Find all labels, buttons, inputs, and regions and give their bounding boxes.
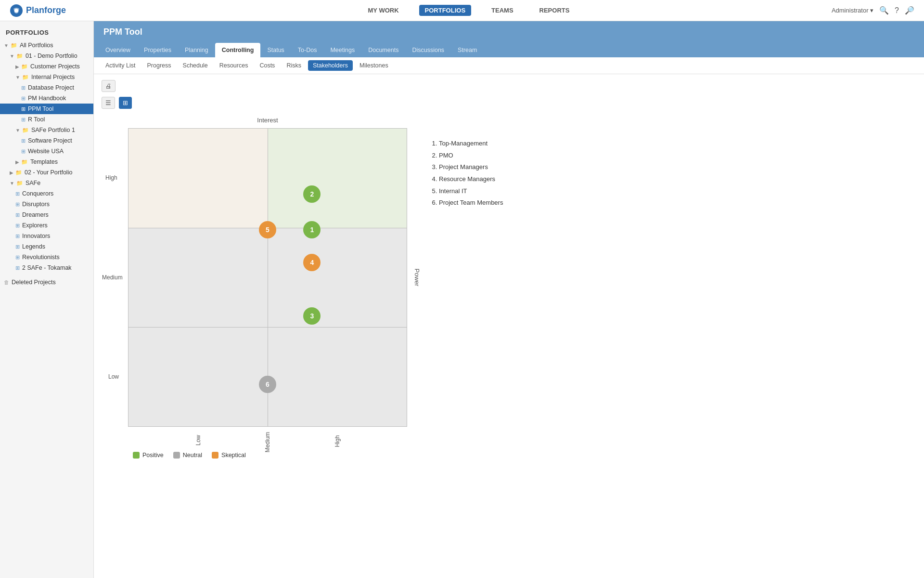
skeptical-dot xyxy=(212,452,218,459)
doc-icon: ⊞ xyxy=(21,95,26,102)
sidebar-item-software-project[interactable]: ⊞ Software Project xyxy=(0,135,93,146)
nav-user[interactable]: Administrator ▾ xyxy=(832,7,873,14)
sidebar-item-conquerors[interactable]: ⊞ Conquerors xyxy=(0,188,93,199)
tab-bar-1: Overview Properties Planning Controlling… xyxy=(94,43,924,57)
list-view-button[interactable]: ☰ xyxy=(102,97,115,109)
tab-properties[interactable]: Properties xyxy=(137,43,178,57)
doc-icon: ⊞ xyxy=(21,148,26,155)
sidebar-item-all-portfolios[interactable]: ▼ 📁 All Portfolios xyxy=(0,40,93,51)
sidebar-item-website-usa[interactable]: ⊞ Website USA xyxy=(0,146,93,157)
chart-grid: High Medium Low Low Medium High Power 2 xyxy=(128,128,407,427)
tab-stream[interactable]: Stream xyxy=(451,43,484,57)
sidebar-label: Database Project xyxy=(28,84,74,91)
bubble-3[interactable]: 3 xyxy=(303,307,321,325)
tab2-progress[interactable]: Progress xyxy=(142,60,176,71)
x-label-low: Low xyxy=(195,435,202,446)
sidebar-label: Deleted Projects xyxy=(12,279,56,286)
sidebar-item-templates[interactable]: ▶ 📁 Templates xyxy=(0,157,93,167)
nav-reports[interactable]: REPORTS xyxy=(534,5,576,16)
expand-icon: ▼ xyxy=(10,53,14,59)
stakeholder-chart: High Medium Low Low Medium High Power 2 xyxy=(128,128,407,427)
sidebar-label: 02 - Your Portfolio xyxy=(25,169,72,176)
y-axis-label: Power xyxy=(413,269,421,287)
tab-overview[interactable]: Overview xyxy=(99,43,137,57)
x-axis-label: Interest xyxy=(257,117,278,124)
stakeholder-6: Project Team Members xyxy=(439,197,916,209)
stakeholder-5: Internal IT xyxy=(439,185,916,197)
doc-icon: ⊞ xyxy=(15,201,20,208)
nav-my-work[interactable]: MY WORK xyxy=(362,5,405,16)
sidebar-item-innovators[interactable]: ⊞ Innovators xyxy=(0,231,93,241)
doc-icon: ⊞ xyxy=(15,233,20,239)
doc-icon: ⊞ xyxy=(15,254,20,261)
zoom-icon[interactable]: 🔎 xyxy=(905,6,914,15)
sidebar-item-internal-projects[interactable]: ▼ 📁 Internal Projects xyxy=(0,72,93,82)
tab2-schedule[interactable]: Schedule xyxy=(178,60,213,71)
sidebar-item-explorers[interactable]: ⊞ Explorers xyxy=(0,220,93,231)
chart-wrapper: Interest High Medium xyxy=(102,114,916,459)
tab2-costs[interactable]: Costs xyxy=(255,60,280,71)
sidebar-header: PORTFOLIOS xyxy=(0,25,93,40)
tab-status[interactable]: Status xyxy=(260,43,291,57)
sidebar-label: All Portfolios xyxy=(20,42,53,49)
content-area: 🖨 ☰ ⊞ Interest xyxy=(94,74,924,578)
tab2-activity-list[interactable]: Activity List xyxy=(101,60,141,71)
grid-view-button[interactable]: ⊞ xyxy=(119,97,132,109)
sidebar-item-pm-handbook[interactable]: ⊞ PM Handbook xyxy=(0,93,93,104)
sidebar-label: Disruptors xyxy=(22,201,50,208)
bubble-6[interactable]: 6 xyxy=(259,376,276,393)
print-button[interactable]: 🖨 xyxy=(102,80,116,92)
sidebar: PORTFOLIOS ▼ 📁 All Portfolios ▼ 📁 01 - D… xyxy=(0,21,94,578)
bubble-5[interactable]: 5 xyxy=(259,221,276,238)
folder-icon: 📁 xyxy=(21,159,28,165)
nav-teams[interactable]: TEAMS xyxy=(486,5,519,16)
logo-text: Planforge xyxy=(26,5,66,15)
top-nav: Planforge MY WORK PORTFOLIOS TEAMS REPOR… xyxy=(0,0,924,21)
nav-portfolios[interactable]: PORTFOLIOS xyxy=(419,5,472,16)
sidebar-item-demo-portfolio[interactable]: ▼ 📁 01 - Demo Portfolio xyxy=(0,51,93,61)
sidebar-item-tokamak[interactable]: ⊞ 2 SAFe - Tokamak xyxy=(0,263,93,273)
legend-positive: Positive xyxy=(133,452,164,459)
sidebar-label: PM Handbook xyxy=(28,95,66,102)
tab-documents[interactable]: Documents xyxy=(361,43,405,57)
tab-planning[interactable]: Planning xyxy=(178,43,215,57)
stakeholder-4: Resource Managers xyxy=(439,173,916,185)
sidebar-label: Templates xyxy=(30,158,58,165)
bubble-4[interactable]: 4 xyxy=(303,254,321,271)
search-icon[interactable]: 🔍 xyxy=(879,6,889,15)
tab-todos[interactable]: To-Dos xyxy=(291,43,324,57)
sidebar-item-deleted-projects[interactable]: 🗑 Deleted Projects xyxy=(0,277,93,288)
tab2-resources[interactable]: Resources xyxy=(215,60,253,71)
stakeholder-ol: Top-Management PMO Project Managers Reso… xyxy=(439,138,916,209)
trash-icon: 🗑 xyxy=(4,279,9,285)
sidebar-item-database-project[interactable]: ⊞ Database Project xyxy=(0,82,93,93)
doc-icon: ⊞ xyxy=(21,117,26,123)
sidebar-label: SAFe xyxy=(26,180,40,186)
sidebar-item-legends[interactable]: ⊞ Legends xyxy=(0,241,93,252)
bubble-1[interactable]: 1 xyxy=(303,221,321,238)
sidebar-item-safe[interactable]: ▼ 📁 SAFe xyxy=(0,178,93,188)
y-label-low: Low xyxy=(108,373,119,380)
sidebar-item-revolutionists[interactable]: ⊞ Revolutionists xyxy=(0,252,93,263)
x-label-medium: Medium xyxy=(264,432,271,453)
bubble-2[interactable]: 2 xyxy=(303,185,321,203)
tab-meetings[interactable]: Meetings xyxy=(323,43,361,57)
expand-icon: ▼ xyxy=(15,75,20,80)
sidebar-item-r-tool[interactable]: ⊞ R Tool xyxy=(0,114,93,125)
sidebar-item-customer-projects[interactable]: ▶ 📁 Customer Projects xyxy=(0,61,93,72)
tab2-milestones[interactable]: Milestones xyxy=(355,60,393,71)
sidebar-item-dreamers[interactable]: ⊞ Dreamers xyxy=(0,210,93,220)
sidebar-item-ppm-tool[interactable]: ⊞ PPM Tool xyxy=(0,104,93,114)
help-icon[interactable]: ? xyxy=(895,6,899,15)
tab-discussions[interactable]: Discussions xyxy=(405,43,451,57)
sidebar-item-safe-portfolio[interactable]: ▼ 📁 SAFe Portfolio 1 xyxy=(0,125,93,135)
hline-2 xyxy=(128,327,407,328)
tab-controlling[interactable]: Controlling xyxy=(215,43,261,57)
tab2-risks[interactable]: Risks xyxy=(282,60,306,71)
folder-icon: 📁 xyxy=(15,170,22,176)
main-content: PPM Tool Overview Properties Planning Co… xyxy=(94,21,924,578)
sidebar-item-disruptors[interactable]: ⊞ Disruptors xyxy=(0,199,93,210)
tab2-stakeholders[interactable]: Stakeholders xyxy=(308,60,353,71)
sidebar-item-your-portfolio[interactable]: ▶ 📁 02 - Your Portfolio xyxy=(0,167,93,178)
sidebar-label: PPM Tool xyxy=(28,105,53,112)
